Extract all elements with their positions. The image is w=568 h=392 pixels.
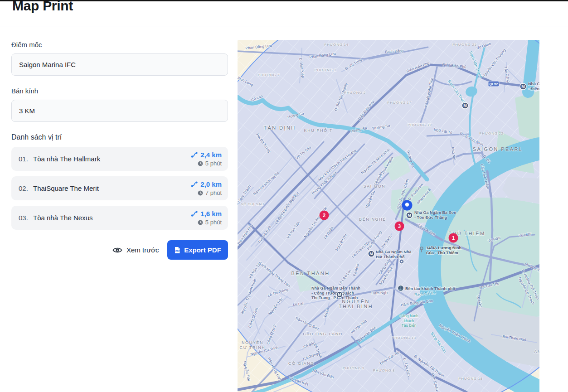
svg-text:⚓: ⚓ <box>398 286 403 290</box>
radius-input[interactable]: 3 KM <box>11 100 228 122</box>
map-label: PHƯỜNG 18 <box>458 377 482 381</box>
svg-text:M: M <box>463 103 467 108</box>
map-label: KHU PHỐ 7 <box>304 128 333 133</box>
metro-station-icon: M <box>520 83 526 90</box>
clock-icon <box>198 161 203 166</box>
map-label: Hàm Nghi <box>371 290 388 295</box>
map-label: PHƯỜNG 22 <box>479 131 503 136</box>
radius-value: 3 KM <box>19 107 35 115</box>
location-duration: 7 phút <box>205 189 222 196</box>
map-label: AN <box>534 349 539 354</box>
eye-icon <box>112 247 122 254</box>
map-label: Nhà Ga Ngầm- Điện Biên Phủ <box>528 82 539 91</box>
export-pdf-button[interactable]: PDF Export PDF <box>167 240 228 260</box>
clock-icon <box>198 220 203 225</box>
map-label: Nhà Ga Ngầm Bến Thành- Công Trường Quách… <box>311 286 360 300</box>
svg-text:M: M <box>338 292 341 297</box>
svg-text:3: 3 <box>398 223 401 229</box>
location-item[interactable]: 02. ThaiSquare The Merit 2,0 km 7 phút <box>11 176 228 200</box>
map-label: PHƯỜNG 2 <box>344 91 366 95</box>
metro-station-icon: M <box>462 102 468 109</box>
location-index: 03. <box>19 214 33 222</box>
map-label: NGUYỄNTHÁI BÌNH <box>339 299 373 309</box>
top-border <box>0 0 568 1</box>
route-shield-badge: QL52 <box>488 81 499 87</box>
map-marker-3[interactable]: 3 <box>395 222 404 231</box>
map-badges-layer: QL52 <box>488 81 499 87</box>
route-icon <box>191 181 198 188</box>
map-label: NGUYỄNCƯ TRINH <box>240 340 266 350</box>
map-label: PHƯỜNG 9 <box>343 366 364 370</box>
map-label: SAIGON PEARL <box>473 146 523 152</box>
pdf-file-icon: PDF <box>174 247 180 254</box>
map-label: PHƯỜNG 13 <box>392 336 416 340</box>
location-distance: 2,0 km <box>200 180 222 188</box>
radius-label: Bán kính <box>11 87 38 95</box>
map-label: BẾN NGHÉ <box>359 217 386 222</box>
map-label: PHƯỜNG 1 <box>315 68 336 72</box>
metro-station-icon: M <box>368 251 374 257</box>
metro-station-icon: M <box>336 291 343 298</box>
svg-text:M: M <box>521 84 525 89</box>
preview-button[interactable]: Xem trước <box>112 240 159 260</box>
map-marker-1[interactable]: 1 <box>449 233 458 243</box>
metro-station-icon: M <box>406 212 413 218</box>
map-canvas[interactable]: Phan Đăng LưuPhan Đăng LưuBạch ĐằngĐ. Vạ… <box>238 40 539 392</box>
map-label: CẦU ÔNG LÃNH <box>303 332 343 336</box>
export-label: Export PDF <box>184 246 221 254</box>
map-label: PHƯỜNG 19 <box>408 123 432 127</box>
location-name: Tòa nhà The Nexus <box>33 214 92 222</box>
map-label: PHƯỜNG 7 <box>258 73 280 77</box>
map-label: PHƯỜNG 8 <box>373 368 395 373</box>
map-marker-2[interactable]: 2 <box>320 211 329 220</box>
map-label: Bến tàu khách Thành phố <box>405 286 456 291</box>
location-item[interactable]: 01. Tòa nhà The Hallmark 2,4 km 5 phút <box>11 147 228 171</box>
map-label: TÂN ĐỊNH <box>263 125 296 131</box>
ferry-anchor-icon: ⚓ <box>398 286 404 291</box>
preview-label: Xem trước <box>126 246 159 254</box>
svg-text:2: 2 <box>323 213 325 218</box>
page-title: Map Print <box>12 0 73 14</box>
route-icon <box>191 210 198 217</box>
map-label: PHƯỜNG 14 <box>324 43 348 47</box>
location-item[interactable]: 03. Tòa nhà The Nexus 1,6 km 5 phút <box>11 206 228 230</box>
location-distance: 2,4 km <box>200 151 222 159</box>
location-distance: 1,6 km <box>200 210 222 218</box>
route-icon <box>191 151 198 158</box>
location-index: 01. <box>19 155 33 163</box>
location-duration: 5 phút <box>205 160 222 167</box>
svg-text:PDF: PDF <box>175 250 180 252</box>
map-image: Phan Đăng LưuPhan Đăng LưuBạch ĐằngĐ. Vạ… <box>238 40 539 392</box>
map-label: SÀI GÒN <box>364 184 386 189</box>
landmark-label: Điểm mốc <box>11 41 42 48</box>
map-label: VÕ THỊ SÁU <box>241 202 264 206</box>
map-label: CÔ GIANG <box>288 361 315 366</box>
landmark-input[interactable]: Saigon Marina IFC <box>11 53 228 76</box>
map-label: BẾN THÀNH <box>291 271 330 276</box>
station-entrance-icon <box>399 259 404 264</box>
map-label: PHƯỜNG 17 <box>387 101 411 105</box>
map-label: PHƯỜNG 25 <box>452 43 476 47</box>
landmark-marker[interactable] <box>402 200 413 211</box>
location-name: Tòa nhà The Hallmark <box>33 155 100 163</box>
title-divider <box>0 26 568 26</box>
svg-text:1: 1 <box>452 235 455 241</box>
location-list-heading: Danh sách vị trí <box>11 133 62 141</box>
svg-text:M: M <box>369 252 373 256</box>
landmark-value: Saigon Marina IFC <box>19 61 76 68</box>
svg-text:M: M <box>408 213 411 218</box>
location-index: 02. <box>19 184 33 192</box>
map-label: 14/3A Lương ĐịnhCủa - Thủ Thiêm <box>426 246 461 255</box>
clock-icon <box>198 190 203 196</box>
location-name: ThaiSquare The Merit <box>33 184 99 192</box>
location-duration: 5 phút <box>205 219 222 226</box>
svg-text:QL52: QL52 <box>490 82 498 86</box>
